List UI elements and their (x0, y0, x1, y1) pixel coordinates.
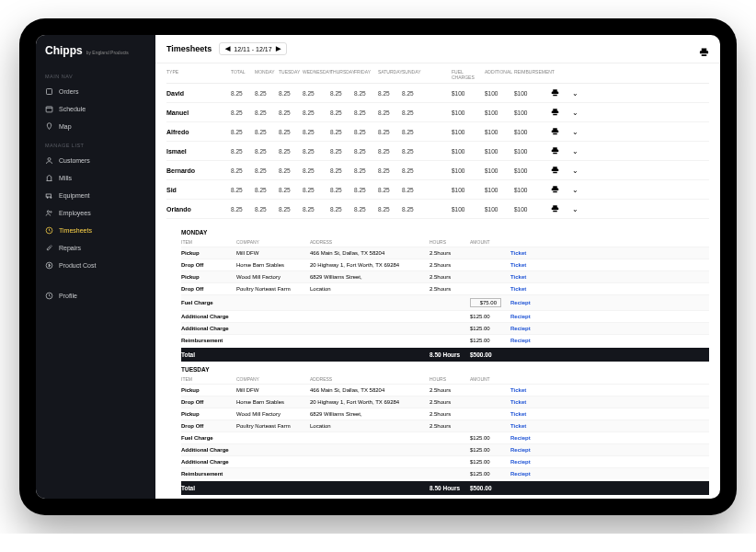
print-row-icon[interactable] (551, 108, 559, 117)
item-cell: Fuel Charge (181, 300, 236, 305)
detail-row: PickupMill DFW466 Main St, Dallas, TX 58… (181, 384, 709, 396)
col-header: TYPE (166, 69, 231, 80)
hours-cell: 8.25 (330, 206, 354, 213)
fuel-cell: $100 (452, 129, 485, 135)
day-label: TUESDAY (181, 362, 709, 374)
action-link[interactable]: Reciept (510, 471, 547, 477)
timesheet-grid: TYPETOTALMONDAYTUESDAYWEDNESDAYTHURSDAYF… (166, 63, 709, 219)
product-cost-icon (45, 261, 53, 270)
print-row-icon[interactable] (551, 127, 559, 136)
employee-name: Orlando (166, 206, 231, 213)
action-link[interactable]: Ticket (510, 286, 547, 292)
address-cell: 466 Main St, Dallas, TX 58204 (310, 250, 430, 256)
expand-icon[interactable]: ⌄ (572, 109, 578, 117)
action-link[interactable]: Ticket (510, 250, 547, 256)
print-row-icon[interactable] (551, 204, 559, 213)
content-scroll[interactable]: TYPETOTALMONDAYTUESDAYWEDNESDAYTHURSDAYF… (155, 63, 720, 499)
sidebar-item-map[interactable]: Map (36, 118, 155, 135)
print-row-icon[interactable] (551, 185, 559, 194)
item-cell: Fuel Charge (181, 435, 236, 441)
sidebar-item-profile[interactable]: Profile (36, 287, 155, 305)
col-header: REIMBURSEMENT (514, 69, 551, 80)
prev-arrow-icon[interactable]: ◀ (225, 45, 230, 52)
sidebar-item-timesheets[interactable]: Timesheets (36, 222, 155, 239)
action-link[interactable]: Reciept (510, 300, 547, 305)
hours-cell: 8.25 (279, 148, 303, 155)
action-link[interactable]: Reciept (510, 326, 547, 331)
nav-label: Repairs (59, 245, 81, 251)
brand-sub: by England Products (86, 50, 129, 55)
sidebar-item-equipment[interactable]: Equipment (36, 187, 155, 204)
fuel-cell: $100 (452, 148, 485, 155)
reimb-cell: $100 (514, 109, 551, 116)
amount-cell: $125.00 (470, 326, 510, 331)
detail-row: Reimbursement$125.00Reciept (181, 334, 709, 346)
action-link[interactable]: Reciept (510, 459, 547, 465)
action-link[interactable]: Ticket (510, 411, 547, 417)
svg-point-4 (47, 197, 49, 199)
sidebar-item-schedule[interactable]: Schedule (36, 100, 155, 118)
expand-icon[interactable]: ⌄ (572, 186, 578, 194)
hours-cell: 8.25 (255, 206, 279, 213)
timesheets-icon (45, 226, 53, 235)
nav-section-manage: MANAGE LIST (36, 135, 155, 152)
sidebar-item-product-cost[interactable]: Product Cost (36, 257, 155, 274)
employee-row: Orlando8.258.258.258.258.258.258.258.25$… (166, 200, 709, 219)
address-cell: 20 Highway 1, Fort Worth, TX 69284 (310, 399, 430, 405)
employees-icon (45, 209, 53, 217)
print-row-icon[interactable] (551, 146, 559, 155)
sidebar-item-customers[interactable]: Customers (36, 152, 155, 169)
date-range-nav[interactable]: ◀ 12/11 - 12/17 ▶ (219, 42, 286, 55)
action-link[interactable]: Ticket (510, 387, 547, 393)
nav-label: Schedule (59, 106, 86, 112)
fuel-cell: $100 (452, 109, 485, 116)
amount-input[interactable]: $75.00 (470, 298, 501, 307)
action-link[interactable]: Ticket (510, 399, 547, 405)
print-icon[interactable] (699, 44, 709, 54)
action-link[interactable]: Ticket (510, 262, 547, 268)
action-link[interactable]: Reciept (510, 435, 547, 441)
detail-row: Reimbursement$125.00Reciept (181, 467, 709, 479)
action-link[interactable]: Reciept (510, 314, 547, 319)
hours-cell: 8.25 (402, 90, 426, 97)
hours-cell: 8.25 (231, 90, 255, 97)
col-header (551, 69, 578, 80)
address-cell: Location (310, 286, 430, 292)
next-arrow-icon[interactable]: ▶ (276, 45, 281, 52)
action-link[interactable]: Reciept (510, 447, 547, 453)
sidebar-item-employees[interactable]: Employees (36, 204, 155, 222)
item-cell: Reimbursement (181, 338, 236, 343)
action-link[interactable]: Ticket (510, 423, 547, 429)
fuel-cell: $100 (452, 167, 485, 174)
expand-icon[interactable]: ⌄ (572, 89, 578, 98)
hours-cell: 2.5hours (430, 411, 470, 417)
equipment-icon (45, 191, 53, 200)
print-row-icon[interactable] (551, 88, 559, 98)
hours-cell: 8.25 (255, 90, 279, 97)
action-link[interactable]: Ticket (510, 274, 547, 280)
additional-cell: $100 (485, 206, 514, 213)
sidebar-item-orders[interactable]: Orders (36, 83, 155, 100)
amount-cell: $125.00 (470, 314, 510, 319)
col-header: TUESDAY (279, 69, 303, 80)
hours-cell: 8.25 (231, 206, 255, 213)
print-row-icon[interactable] (551, 166, 559, 175)
sidebar-item-repairs[interactable]: Repairs (36, 239, 155, 257)
hours-cell: 8.25 (279, 109, 303, 116)
expand-icon[interactable]: ⌄ (572, 128, 578, 136)
hours-cell: 8.25 (303, 90, 330, 97)
item-cell: Additional Charge (181, 326, 236, 331)
sidebar-item-mills[interactable]: Mills (36, 169, 155, 187)
hours-cell: 8.25 (303, 167, 330, 174)
expand-icon[interactable]: ⌄ (572, 205, 578, 213)
expand-icon[interactable]: ⌄ (572, 147, 578, 155)
hours-cell: 8.25 (279, 187, 303, 193)
svg-point-2 (48, 158, 51, 161)
detail-row: Additional Charge$125.00Reciept (181, 443, 709, 455)
action-link[interactable]: Reciept (510, 338, 547, 343)
col-header: FUEL CHARGES (452, 69, 485, 80)
expand-icon[interactable]: ⌄ (572, 167, 578, 175)
reimb-cell: $100 (514, 148, 551, 155)
app-screen: Chipps by England Products MAIN NAV Orde… (36, 35, 720, 499)
reimb-cell: $100 (514, 206, 551, 213)
